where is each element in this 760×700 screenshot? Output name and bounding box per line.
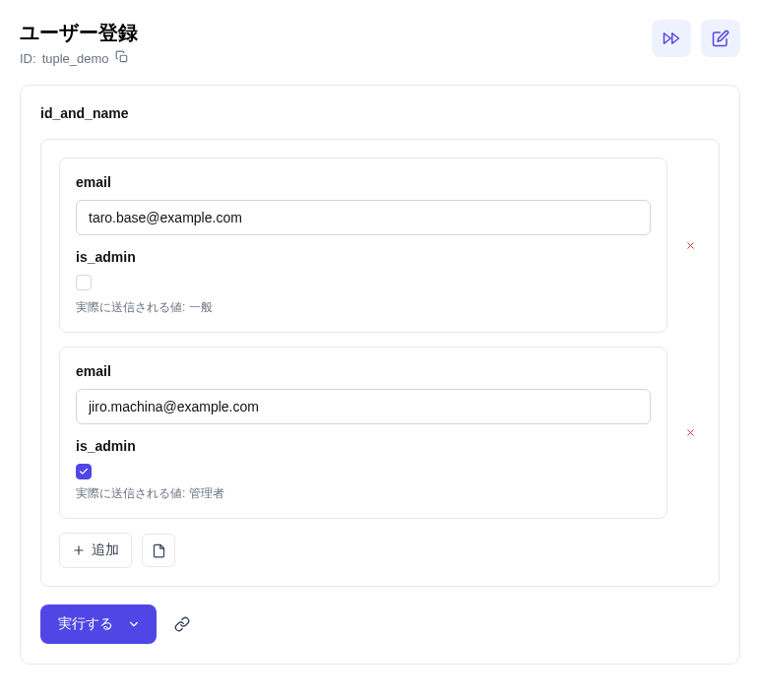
id-value: tuple_demo <box>42 51 109 66</box>
edit-icon <box>712 30 729 47</box>
is-admin-checkbox[interactable] <box>76 275 92 290</box>
fast-forward-button[interactable] <box>652 20 691 57</box>
id-prefix: ID: <box>20 51 36 66</box>
is-admin-field-group: is_admin 実際に送信される値: 管理者 <box>76 438 651 502</box>
footer-actions: 実行する <box>40 605 720 644</box>
item-card: email is_admin 実際に送信される値: 一般 <box>59 158 667 333</box>
add-item-button[interactable]: 追加 <box>59 533 132 568</box>
link-button[interactable] <box>174 616 190 632</box>
add-label: 追加 <box>92 541 119 559</box>
hint-text: 実際に送信される値: 管理者 <box>76 485 651 502</box>
item-card: email is_admin 実際に送信される値: 管理者 <box>59 347 667 519</box>
file-button[interactable] <box>142 534 175 567</box>
close-icon <box>685 427 696 438</box>
email-label: email <box>76 363 651 379</box>
remove-item-button[interactable] <box>679 234 701 256</box>
is-admin-label: is_admin <box>76 249 651 265</box>
remove-item-button[interactable] <box>679 422 701 444</box>
plus-icon <box>72 543 86 557</box>
email-label: email <box>76 174 651 190</box>
svg-marker-2 <box>665 33 671 44</box>
copy-icon[interactable] <box>115 50 129 67</box>
page-id: ID: tuple_demo <box>20 50 138 67</box>
fast-forward-icon <box>663 30 680 47</box>
email-field-group: email <box>76 363 651 424</box>
list-actions: 追加 <box>59 533 701 568</box>
email-input[interactable] <box>76 200 651 235</box>
close-icon <box>685 240 696 251</box>
link-icon <box>174 616 190 632</box>
email-field-group: email <box>76 174 651 235</box>
submit-label: 実行する <box>58 615 113 633</box>
svg-marker-1 <box>672 33 679 44</box>
is-admin-field-group: is_admin 実際に送信される値: 一般 <box>76 249 651 316</box>
email-input[interactable] <box>76 389 651 424</box>
page-title: ユーザー登録 <box>20 20 138 46</box>
edit-button[interactable] <box>701 20 740 57</box>
chevron-down-icon <box>127 617 141 631</box>
submit-button[interactable]: 実行する <box>40 605 157 644</box>
hint-text: 実際に送信される値: 一般 <box>76 299 651 316</box>
is-admin-checkbox[interactable] <box>76 464 92 479</box>
section-label: id_and_name <box>40 105 720 121</box>
header-actions <box>652 20 740 57</box>
list-panel: email is_admin 実際に送信される値: 一般 <box>40 139 720 587</box>
main-panel: id_and_name email is_admin 実際に送信される値: 一般 <box>20 85 740 665</box>
list-item: email is_admin 実際に送信される値: 管理者 <box>59 347 701 519</box>
is-admin-label: is_admin <box>76 438 651 454</box>
file-icon <box>152 543 166 558</box>
page-header: ユーザー登録 ID: tuple_demo <box>20 20 740 67</box>
list-item: email is_admin 実際に送信される値: 一般 <box>59 158 701 333</box>
svg-rect-0 <box>120 55 126 61</box>
